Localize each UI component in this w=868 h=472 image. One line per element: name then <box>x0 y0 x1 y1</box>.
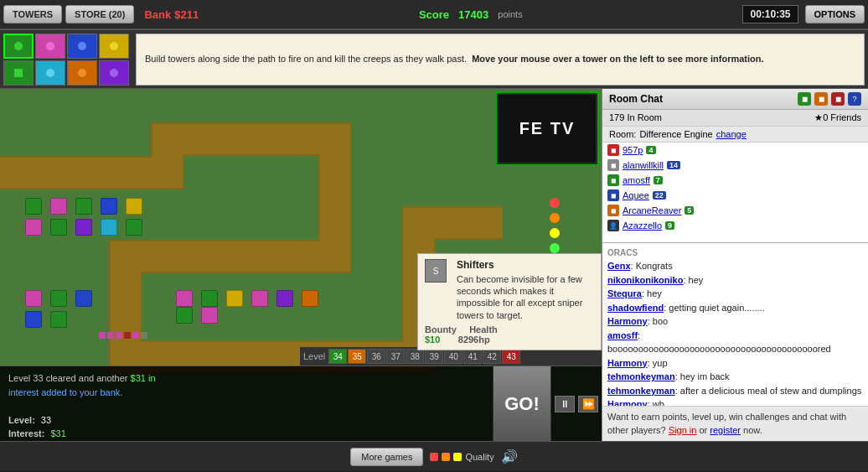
username-957p[interactable]: 957p <box>623 145 643 155</box>
placed-tower[interactable] <box>201 307 218 324</box>
msg-user-harmony3[interactable]: Harmony <box>607 399 648 406</box>
more-games-button[interactable]: More games <box>350 448 423 466</box>
level-tab-42[interactable]: 42 <box>483 349 501 364</box>
msg-user-amosff[interactable]: amosff <box>607 330 638 340</box>
placed-tower[interactable] <box>101 219 117 236</box>
status-text2: interest added to your bank. <box>8 387 122 397</box>
placed-tower[interactable] <box>25 198 42 215</box>
room-change-link[interactable]: change <box>716 129 747 139</box>
placed-tower[interactable] <box>50 290 67 307</box>
placed-tower[interactable] <box>25 311 42 328</box>
chat-section-oracs: ORACS <box>607 246 863 259</box>
placed-tower[interactable] <box>50 219 67 236</box>
placed-tower[interactable] <box>101 198 117 215</box>
user-row-aquee[interactable]: ◼ Aquee 22 <box>602 188 868 203</box>
pause-button[interactable]: ⏸ <box>555 396 575 412</box>
level-tab-40[interactable]: 40 <box>444 349 462 364</box>
placed-tower[interactable] <box>126 198 142 215</box>
dot-yellow <box>550 228 560 238</box>
tower-cell-2[interactable] <box>35 34 65 59</box>
level-tab-34[interactable]: 34 <box>328 349 347 364</box>
chat-register-link[interactable]: register <box>710 425 741 435</box>
chat-msg-4: shadowfiend: getting quiet again........ <box>607 301 863 315</box>
placed-tower[interactable] <box>251 290 268 307</box>
volume-button[interactable]: 🔊 <box>501 449 518 464</box>
quality-dot-red[interactable] <box>430 453 438 461</box>
placed-tower[interactable] <box>176 290 193 307</box>
level-tab-39[interactable]: 39 <box>425 349 443 364</box>
placed-tower[interactable] <box>50 198 67 215</box>
friends-count: ★0 Friends <box>814 112 861 123</box>
placed-tower[interactable] <box>50 311 67 328</box>
level-tab-43[interactable]: 43 <box>502 349 520 364</box>
chat-icon-orange[interactable]: ◼ <box>814 92 828 106</box>
options-button[interactable]: OPTIONS <box>805 5 865 23</box>
placed-tower[interactable] <box>25 219 42 236</box>
tower-cell-8[interactable] <box>99 60 129 86</box>
user-row-957p[interactable]: ◼ 957p 4 <box>602 143 868 158</box>
chat-msg-3: Stequra: hey <box>607 287 863 301</box>
tower-cell-7[interactable] <box>67 60 97 86</box>
user-row-amosff[interactable]: ◼ amosff 7 <box>602 173 868 188</box>
user-row-arcanereaver[interactable]: ◼ ArcaneReaver 5 <box>602 203 868 218</box>
placed-tower[interactable] <box>276 290 293 307</box>
placed-tower[interactable] <box>176 307 193 324</box>
chat-help-button[interactable]: ? <box>848 92 861 106</box>
svg-point-1 <box>14 42 23 50</box>
go-button[interactable]: GO! <box>493 366 551 441</box>
level-tab-41[interactable]: 41 <box>463 349 482 364</box>
msg-user-tehmonkey1[interactable]: tehmonkeyman <box>607 371 675 381</box>
msg-user-harmony2[interactable]: Harmony <box>607 358 648 368</box>
user-row-azazzello[interactable]: 👤 Azazzello 9 <box>602 218 868 233</box>
msg-user-stequra[interactable]: Stequra <box>607 288 642 298</box>
placed-tower[interactable] <box>302 290 318 307</box>
placed-tower[interactable] <box>201 290 218 307</box>
level-tab-37[interactable]: 37 <box>386 349 405 364</box>
msg-user-genx[interactable]: Genx <box>607 261 631 271</box>
bottom-bar: More games Quality 🔊 <box>0 441 868 471</box>
level-tab-38[interactable]: 38 <box>406 349 424 364</box>
status-money: $31 in <box>131 373 156 383</box>
username-azazzello[interactable]: Azazzello <box>623 220 662 231</box>
tower-cell-1[interactable] <box>3 34 34 59</box>
msg-user-niko[interactable]: nikonikonikoniko <box>607 275 683 285</box>
username-arcanereaver[interactable]: ArcaneReaver <box>623 205 681 215</box>
msg-user-shadowfiend[interactable]: shadowfiend <box>607 303 664 313</box>
placed-tower[interactable] <box>226 290 243 307</box>
msg-user-tehmonkey2[interactable]: tehmonkeyman <box>607 386 675 396</box>
placed-tower[interactable] <box>126 219 142 236</box>
svg-point-3 <box>46 42 54 50</box>
tower-cell-4[interactable] <box>99 34 129 59</box>
chat-icon-red[interactable]: ◼ <box>831 92 845 106</box>
placed-tower[interactable] <box>75 219 92 236</box>
tower-info-bold: Move your mouse over a tower on the left… <box>472 54 763 64</box>
msg-user-harmony1[interactable]: Harmony <box>607 316 648 326</box>
chat-icon-green[interactable]: ◼ <box>798 92 811 106</box>
level-tab-35[interactable]: 35 <box>348 349 366 364</box>
user-list[interactable]: ◼ 957p 4 ◼ alanwillkill 14 ◼ amosff 7 ◼ … <box>602 143 868 243</box>
username-aquee[interactable]: Aquee <box>623 190 649 200</box>
interest-value: $31 <box>50 428 65 438</box>
top-bar: TOWERS STORE (20) Bank $211 Score 17403 … <box>0 0 868 30</box>
dot-green <box>550 243 560 253</box>
level-tab-36[interactable]: 36 <box>367 349 385 364</box>
placed-tower[interactable] <box>75 290 92 307</box>
quality-dot-yellow[interactable] <box>453 453 462 461</box>
placed-tower[interactable] <box>75 198 92 215</box>
username-amosff[interactable]: amosff <box>623 175 650 185</box>
store-button[interactable]: STORE (20) <box>65 5 134 23</box>
user-row-alanwillkill[interactable]: ◼ alanwillkill 14 <box>602 158 868 173</box>
chat-header: Room Chat ◼ ◼ ◼ ? <box>602 89 868 110</box>
username-alanwillkill[interactable]: alanwillkill <box>623 160 664 170</box>
tower-cell-6[interactable] <box>35 60 65 86</box>
game-canvas[interactable]: FE TV <box>0 89 602 441</box>
towers-button[interactable]: TOWERS <box>3 5 62 23</box>
tower-cell-5[interactable] <box>3 60 34 86</box>
fast-forward-button[interactable]: ⏩ <box>578 396 598 412</box>
room-label: Room: <box>609 129 636 139</box>
tower-cell-3[interactable] <box>67 34 97 59</box>
chat-signin-link[interactable]: Sign in <box>669 425 697 435</box>
placed-tower[interactable] <box>25 290 42 307</box>
quality-dot-orange[interactable] <box>442 453 450 461</box>
health-value: 8296hp <box>458 335 490 345</box>
